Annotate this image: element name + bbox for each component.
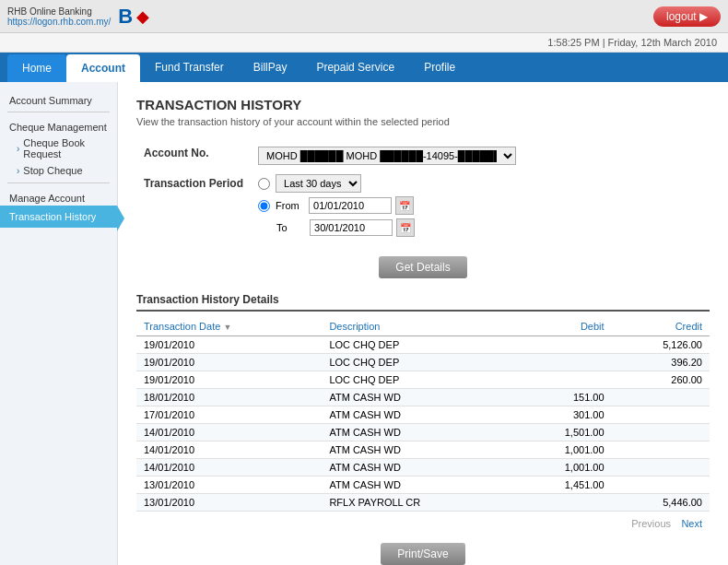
sidebar-item-account-summary[interactable]: Account Summary xyxy=(0,89,117,108)
cell-date: 14/01/2010 xyxy=(136,459,322,477)
from-date-input[interactable] xyxy=(309,197,392,214)
browser-title: RHB Online Banking xyxy=(7,6,111,17)
content-area: TRANSACTION HISTORY View the transaction… xyxy=(118,82,728,565)
sidebar-item-cheque-book-request[interactable]: › Cheque Book Request xyxy=(0,135,117,162)
nav-tab-prepaid-service[interactable]: Prepaid Service xyxy=(301,53,409,82)
table-row: 19/01/2010 LOC CHQ DEP 5,126.00 xyxy=(136,336,710,354)
logout-button[interactable]: logout ▶ xyxy=(653,6,721,27)
datetime-display: 1:58:25 PM | Friday, 12th March 2010 xyxy=(547,37,717,48)
previous-label: Previous xyxy=(631,518,671,529)
cell-credit: 396.20 xyxy=(612,354,710,371)
next-link[interactable]: Next xyxy=(681,518,702,529)
table-row: 14/01/2010 ATM CASH WD 1,001.00 xyxy=(136,459,710,477)
page-title: TRANSACTION HISTORY xyxy=(136,97,710,112)
col-debit: Debit xyxy=(513,317,611,336)
cell-credit: 260.00 xyxy=(612,371,710,389)
account-no-cell: MOHD ██████ MOHD ██████-14095-██████ (MY… xyxy=(251,142,523,170)
cell-debit: 1,001.00 xyxy=(513,441,611,459)
print-save-area: Print/Save xyxy=(136,536,710,565)
transaction-table: Transaction Date ▼ Description Debit Cre… xyxy=(136,317,710,512)
nav-tab-fund-transfer[interactable]: Fund Transfer xyxy=(140,53,239,82)
cell-credit xyxy=(612,389,710,406)
table-section-label: Transaction History Details xyxy=(136,293,710,312)
table-row: 19/01/2010 LOC CHQ DEP 260.00 xyxy=(136,371,710,389)
cell-credit xyxy=(612,459,710,477)
cell-credit xyxy=(612,441,710,459)
cell-description: ATM CASH WD xyxy=(322,389,513,406)
page-subtitle: View the transaction history of your acc… xyxy=(136,116,710,127)
cell-description: RFLX PAYROLL CR xyxy=(322,494,513,512)
table-row: 14/01/2010 ATM CASH WD 1,501.00 xyxy=(136,424,710,441)
nav-tab-billpay[interactable]: BillPay xyxy=(239,53,302,82)
logo-area: B ◆ xyxy=(118,5,149,29)
table-row: 13/01/2010 ATM CASH WD 1,451.00 xyxy=(136,477,710,494)
sidebar: Account Summary Cheque Management › Cheq… xyxy=(0,82,118,565)
cell-debit: 1,451.00 xyxy=(513,477,611,494)
cell-date: 13/01/2010 xyxy=(136,477,322,494)
transaction-history-section: Transaction History Details Transaction … xyxy=(136,293,710,512)
nav-tab-profile[interactable]: Profile xyxy=(409,53,470,82)
account-no-label: Account No. xyxy=(136,142,251,170)
table-row: 13/01/2010 RFLX PAYROLL CR 5,446.00 xyxy=(136,494,710,512)
cell-description: ATM CASH WD xyxy=(322,406,513,424)
table-row: 18/01/2010 ATM CASH WD 151.00 xyxy=(136,389,710,406)
sidebar-item-stop-cheque[interactable]: › Stop Cheque xyxy=(0,162,117,179)
arrow-icon: › xyxy=(17,166,19,176)
table-row: 14/01/2010 ATM CASH WD 1,001.00 xyxy=(136,441,710,459)
cell-description: LOC CHQ DEP xyxy=(322,354,513,371)
from-date-calendar-button[interactable]: 📅 xyxy=(395,196,414,215)
cell-debit xyxy=(513,494,611,512)
cell-description: ATM CASH WD xyxy=(322,477,513,494)
cell-description: ATM CASH WD xyxy=(322,424,513,441)
nav-tab-home[interactable]: Home xyxy=(7,54,66,82)
radio-range[interactable] xyxy=(258,200,270,212)
transaction-table-body: 19/01/2010 LOC CHQ DEP 5,126.00 19/01/20… xyxy=(136,336,710,512)
cell-date: 18/01/2010 xyxy=(136,389,322,406)
cell-date: 19/01/2010 xyxy=(136,371,322,389)
browser-url: https://logon.rhb.com.my/ xyxy=(7,17,111,27)
cell-date: 13/01/2010 xyxy=(136,494,322,512)
account-no-select[interactable]: MOHD ██████ MOHD ██████-14095-██████ (MY… xyxy=(258,147,516,165)
cell-date: 17/01/2010 xyxy=(136,406,322,424)
rhb-diamond-icon: ◆ xyxy=(136,6,149,27)
to-date-input[interactable] xyxy=(310,219,393,236)
cell-credit: 5,446.00 xyxy=(612,494,710,512)
pagination: Previous Next xyxy=(136,512,710,536)
sidebar-item-transaction-history[interactable]: Transaction History xyxy=(0,206,117,228)
arrow-icon: › xyxy=(17,144,19,154)
cell-date: 19/01/2010 xyxy=(136,354,322,371)
cell-credit xyxy=(612,406,710,424)
cell-description: LOC CHQ DEP xyxy=(322,371,513,389)
col-transaction-date[interactable]: Transaction Date ▼ xyxy=(136,317,322,336)
sidebar-item-manage-account[interactable]: Manage Account xyxy=(0,187,117,206)
cell-date: 14/01/2010 xyxy=(136,424,322,441)
transaction-period-label: Transaction Period xyxy=(136,170,251,245)
sidebar-item-cheque-management[interactable]: Cheque Management xyxy=(0,116,117,135)
get-details-area: Get Details xyxy=(136,256,710,278)
to-date-calendar-button[interactable]: 📅 xyxy=(396,218,415,237)
cell-credit xyxy=(612,424,710,441)
filter-form: Account No. MOHD ██████ MOHD ██████-1409… xyxy=(136,142,523,245)
to-label: To xyxy=(276,222,306,233)
cell-debit xyxy=(513,336,611,354)
table-row: 17/01/2010 ATM CASH WD 301.00 xyxy=(136,406,710,424)
cell-debit: 1,501.00 xyxy=(513,424,611,441)
cell-date: 14/01/2010 xyxy=(136,441,322,459)
cell-description: LOC CHQ DEP xyxy=(322,336,513,354)
cell-debit xyxy=(513,354,611,371)
cell-debit: 301.00 xyxy=(513,406,611,424)
print-save-button[interactable]: Print/Save xyxy=(381,543,464,565)
col-description: Description xyxy=(322,317,513,336)
radio-last30[interactable] xyxy=(258,178,270,190)
browser-info: RHB Online Banking https://logon.rhb.com… xyxy=(7,6,111,27)
sort-icon[interactable]: ▼ xyxy=(223,323,231,332)
from-label: From xyxy=(276,200,305,211)
get-details-button[interactable]: Get Details xyxy=(379,256,466,278)
rhb-logo: B xyxy=(118,5,133,29)
nav-tab-account[interactable]: Account xyxy=(66,54,140,82)
transaction-period-cell: Last 30 days From 📅 To xyxy=(251,170,523,245)
cell-debit: 1,001.00 xyxy=(513,459,611,477)
last30-select[interactable]: Last 30 days xyxy=(276,174,361,193)
col-credit: Credit xyxy=(612,317,710,336)
cell-description: ATM CASH WD xyxy=(322,441,513,459)
